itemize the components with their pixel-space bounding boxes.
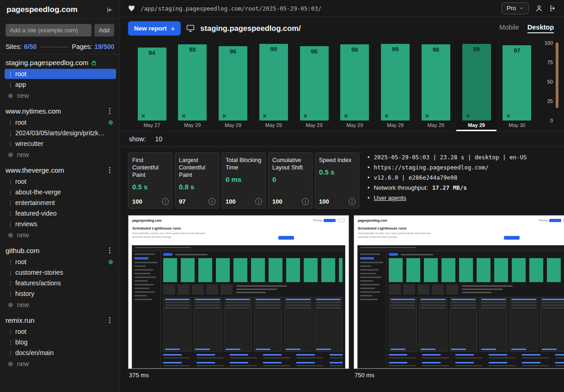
info-icon[interactable]: i	[302, 198, 309, 205]
drag-handle-icon[interactable]: ⋮	[7, 81, 12, 88]
screenshot-thumbnail[interactable]: pagespeedlog.comPricingScheduled Lightho…	[354, 215, 564, 369]
mini-app-screenshot	[357, 245, 564, 368]
mini-site-header: pagespeedlog.comPricing	[354, 216, 564, 225]
pro-dropdown[interactable]: Pro	[502, 2, 529, 14]
monitor-icon	[186, 24, 195, 32]
drag-handle-icon[interactable]: ⋮	[7, 259, 12, 265]
drag-handle-icon[interactable]: ⋮	[7, 350, 12, 356]
sidebar-site-domain[interactable]: staging.pagespeedlog.com	[0, 54, 120, 68]
chart-scrollbar[interactable]	[556, 42, 558, 108]
sidebar-page-item[interactable]: ⋮root	[5, 176, 116, 187]
sidebar-page-item[interactable]: ⋮root	[5, 326, 116, 337]
score-bar[interactable]: 98×	[422, 44, 450, 121]
delete-run-icon[interactable]: ×	[300, 112, 329, 121]
drag-handle-icon[interactable]: ⋮	[7, 130, 12, 137]
bullet-icon: •	[368, 164, 370, 171]
run-details-list: •2025-05-29-05:03 | 23.28 s | desktop | …	[368, 152, 527, 209]
user-agents-link[interactable]: User agents	[374, 194, 406, 201]
drag-handle-icon[interactable]: ⋮	[7, 269, 12, 276]
info-icon[interactable]: i	[208, 198, 215, 205]
sidebar-new-page[interactable]: ⊕new	[0, 149, 120, 161]
tab-desktop[interactable]: Desktop	[527, 24, 554, 33]
site-menu-icon[interactable]: ⋮	[105, 107, 114, 115]
score-bar[interactable]: 94×	[138, 48, 166, 121]
sidebar-page-item[interactable]: ⋮about-the-verge	[5, 187, 116, 197]
delete-run-icon[interactable]: ×	[381, 112, 410, 121]
drag-handle-icon[interactable]: ⋮	[7, 71, 12, 78]
info-icon[interactable]: i	[162, 198, 169, 205]
sidebar-site-domain[interactable]: www.nytimes.com⋮	[0, 103, 120, 117]
score-bar[interactable]: 96×	[219, 46, 247, 121]
screenshot-thumbnail[interactable]: pagespeedlog.comPricingScheduled Lightho…	[128, 215, 349, 369]
sidebar-new-page[interactable]: ⊕new	[0, 299, 120, 311]
add-site-input[interactable]	[6, 24, 92, 36]
sidebar-page-item[interactable]: ⋮2024/03/05/arts/design/pritzk…	[5, 128, 116, 138]
favorite-heart-icon[interactable]	[128, 5, 135, 12]
site-menu-icon[interactable]: ⋮	[105, 316, 114, 324]
detail-text: 2025-05-29-05:03 | 23.28 s | desktop | e…	[374, 154, 527, 161]
sidebar-page-item[interactable]: ⋮blog	[5, 337, 116, 347]
sidebar-site-domain[interactable]: remix.run⋮	[0, 312, 120, 326]
delete-run-icon[interactable]: ×	[422, 112, 450, 121]
collapse-sidebar-icon[interactable]	[106, 6, 113, 13]
sidebar-page-item[interactable]: ⋮history	[5, 289, 116, 299]
score-bar[interactable]: 99×	[462, 44, 491, 121]
score-bar[interactable]: 96×	[300, 46, 329, 121]
sidebar-new-page[interactable]: ⊕new	[0, 229, 120, 241]
sidebar-page-item[interactable]: ⋮wirecutter	[5, 139, 116, 149]
pages-count: 19/500	[94, 43, 114, 50]
score-bar[interactable]: 97×	[503, 45, 531, 121]
delete-run-icon[interactable]: ×	[178, 112, 207, 121]
score-bar[interactable]: 98×	[178, 44, 207, 121]
site-menu-icon[interactable]: ⋮	[105, 166, 114, 174]
drag-handle-icon[interactable]: ⋮	[7, 178, 12, 185]
drag-handle-icon[interactable]: ⋮	[7, 199, 12, 206]
sidebar-page-item[interactable]: ⋮entertainment	[5, 198, 116, 208]
drag-handle-icon[interactable]: ⋮	[7, 339, 12, 346]
main-content: /app/staging.pagespeedlog.com/root/2025-…	[121, 0, 564, 392]
drag-handle-icon[interactable]: ⋮	[7, 140, 12, 147]
site-menu-icon[interactable]: ⋮	[105, 246, 114, 254]
drag-handle-icon[interactable]: ⋮	[7, 189, 12, 196]
tab-mobile[interactable]: Mobile	[499, 24, 519, 31]
drag-handle-icon[interactable]: ⋮	[7, 119, 12, 126]
drag-handle-icon[interactable]: ⋮	[7, 328, 12, 335]
new-report-button[interactable]: New report +	[128, 21, 181, 36]
score-bar[interactable]: 99×	[381, 44, 410, 121]
add-site-button[interactable]: Add	[94, 24, 114, 36]
sidebar-site-domain[interactable]: github.com⋮	[0, 242, 120, 256]
sidebar-new-page[interactable]: ⊕new	[0, 358, 120, 370]
info-icon[interactable]: i	[349, 198, 356, 205]
sidebar-page-item[interactable]: ⋮root	[5, 117, 116, 127]
logout-icon[interactable]	[549, 5, 557, 12]
delete-run-icon[interactable]: ×	[259, 112, 288, 121]
drag-handle-icon[interactable]: ⋮	[7, 280, 12, 287]
delete-run-icon[interactable]: ×	[219, 112, 247, 121]
delete-run-icon[interactable]: ×	[340, 112, 369, 121]
show-count-value[interactable]: 10	[155, 135, 163, 143]
sidebar-page-item[interactable]: ⋮app	[5, 79, 116, 90]
show-count-row: show: 10	[121, 132, 564, 146]
page-label: features/actions	[15, 279, 113, 287]
sidebar-page-item[interactable]: ⋮reviews	[5, 219, 116, 229]
breadcrumb-path: /app/staging.pagespeedlog.com/root/2025-…	[141, 5, 321, 12]
drag-handle-icon[interactable]: ⋮	[7, 210, 12, 217]
delete-run-icon[interactable]: ×	[138, 112, 166, 121]
score-bar[interactable]: 98×	[340, 44, 369, 121]
drag-handle-icon[interactable]: ⋮	[7, 290, 12, 297]
sidebar-page-item[interactable]: ⋮customer-stories	[5, 267, 116, 277]
score-bar[interactable]: 99×	[259, 44, 288, 121]
sidebar-new-page[interactable]: ⊕new	[0, 90, 120, 102]
sidebar-page-item[interactable]: ⋮docs/en/main	[5, 348, 116, 358]
account-icon[interactable]	[535, 5, 543, 12]
sidebar-page-item[interactable]: ⋮root	[5, 257, 116, 267]
sidebar-page-item[interactable]: ⋮root	[5, 69, 116, 79]
sidebar-site-domain[interactable]: www.theverge.com⋮	[0, 162, 120, 176]
sidebar-page-item[interactable]: ⋮featured-video	[5, 208, 116, 218]
drag-handle-icon[interactable]: ⋮	[7, 221, 12, 228]
info-icon[interactable]: i	[255, 198, 262, 205]
new-page-label: new	[17, 151, 29, 158]
sidebar-page-item[interactable]: ⋮features/actions	[5, 278, 116, 288]
delete-run-icon[interactable]: ×	[462, 112, 491, 121]
delete-run-icon[interactable]: ×	[503, 112, 531, 121]
